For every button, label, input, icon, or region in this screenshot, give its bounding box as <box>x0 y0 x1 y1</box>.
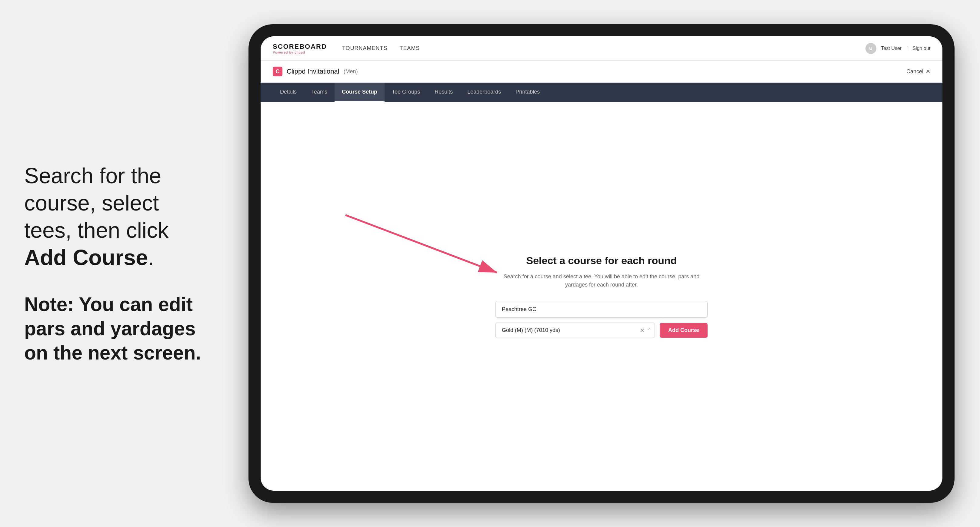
tee-chevron-icon[interactable]: ⌃ <box>647 327 651 333</box>
panel-description: Search for a course and select a tee. Yo… <box>495 273 708 289</box>
logo-text: SCOREBOARD <box>273 43 327 51</box>
course-search-input[interactable] <box>495 301 708 318</box>
tee-select-display[interactable]: Gold (M) (M) (7010 yds) ✕ ⌃ <box>495 322 655 338</box>
tablet-wrapper: SCOREBOARD Powered by clippd TOURNAMENTS… <box>248 24 955 503</box>
tab-course-setup[interactable]: Course Setup <box>334 83 385 102</box>
annotation-main: Search for the course, select tees, then… <box>24 162 212 271</box>
tee-select-row: Gold (M) (M) (7010 yds) ✕ ⌃ Add Course <box>495 322 708 338</box>
tab-leaderboards[interactable]: Leaderboards <box>460 83 508 102</box>
user-name: Test User <box>881 46 902 51</box>
tab-results[interactable]: Results <box>427 83 460 102</box>
tab-details[interactable]: Details <box>273 83 304 102</box>
tablet-inner: SCOREBOARD Powered by clippd TOURNAMENTS… <box>261 37 942 490</box>
main-content: Select a course for each round Search fo… <box>261 102 942 490</box>
tournament-title-row: C Clippd Invitational (Men) <box>273 67 358 76</box>
nav-link-teams[interactable]: TEAMS <box>400 45 420 51</box>
nav-separator: | <box>906 46 908 51</box>
nav-right: U Test User | Sign out <box>865 43 930 54</box>
tab-printables[interactable]: Printables <box>508 83 547 102</box>
nav-links: TOURNAMENTS TEAMS <box>342 45 865 51</box>
cancel-label: Cancel <box>906 68 923 75</box>
tee-selected-value: Gold (M) (M) (7010 yds) <box>502 327 560 333</box>
tee-clear-icon[interactable]: ✕ <box>640 327 645 334</box>
tee-controls: ✕ ⌃ <box>640 327 651 334</box>
annotation-area: Search for the course, select tees, then… <box>0 0 236 527</box>
top-nav: SCOREBOARD Powered by clippd TOURNAMENTS… <box>261 37 942 60</box>
tab-teams[interactable]: Teams <box>304 83 334 102</box>
cancel-button[interactable]: Cancel ✕ <box>906 68 930 75</box>
tablet-outer: SCOREBOARD Powered by clippd TOURNAMENTS… <box>248 24 955 503</box>
annotation-note: Note: You can edit pars and yardages on … <box>24 292 212 365</box>
tee-select-wrapper: Gold (M) (M) (7010 yds) ✕ ⌃ <box>495 322 655 338</box>
app-container: SCOREBOARD Powered by clippd TOURNAMENTS… <box>261 37 942 490</box>
logo-area: SCOREBOARD Powered by clippd <box>273 43 327 54</box>
tab-tee-groups[interactable]: Tee Groups <box>385 83 427 102</box>
tournament-header: C Clippd Invitational (Men) Cancel ✕ <box>261 60 942 83</box>
clippd-icon: C <box>273 67 282 76</box>
course-select-panel: Select a course for each round Search fo… <box>495 255 708 338</box>
add-course-button[interactable]: Add Course <box>660 323 708 338</box>
tournament-type: (Men) <box>344 68 358 75</box>
nav-link-tournaments[interactable]: TOURNAMENTS <box>342 45 388 51</box>
user-avatar: U <box>865 43 877 54</box>
panel-title: Select a course for each round <box>495 255 708 267</box>
tab-nav: Details Teams Course Setup Tee Groups Re… <box>261 83 942 102</box>
logo-sub: Powered by clippd <box>273 51 327 54</box>
cancel-icon: ✕ <box>926 68 930 75</box>
sign-out-link[interactable]: Sign out <box>912 46 930 51</box>
tournament-name: Clippd Invitational <box>287 68 339 75</box>
